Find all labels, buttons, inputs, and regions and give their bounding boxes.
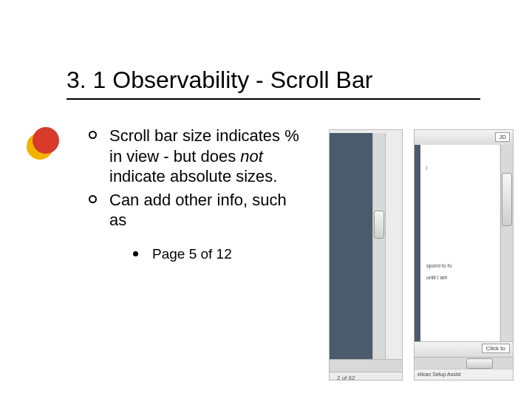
title-underline [66,98,480,100]
status-bar: elican Setup Assist [415,369,513,380]
svg-point-1 [33,127,59,154]
vertical-scrollbar-track[interactable] [372,133,386,359]
horizontal-scrollbar[interactable] [330,359,402,372]
bullet-text-post: indicate absolute sizes. [109,167,277,185]
toolbar-row: Click to [415,341,513,358]
title-area: 3. 1 Observability - Scroll Bar [66,66,510,100]
content-strip [415,145,420,343]
slide: 3. 1 Observability - Scroll Bar Scroll b… [0,0,532,399]
scrollbar-example-left: 2 of 82 [329,129,403,381]
page-indicator: 2 of 82 [337,375,355,381]
bullet-text-em: not [240,147,263,166]
bullet-item: Scroll bar size indicates % in view - bu… [89,126,303,187]
scrollbar-example-right: JD i spond to fo until I am Click to eli… [414,129,514,381]
slide-title: 3. 1 Observability - Scroll Bar [66,66,510,94]
logo-icon [24,126,61,163]
sub-bullet-item: Page 5 of 12 [133,245,303,264]
horizontal-scrollbar-track[interactable] [415,357,513,369]
vertical-scrollbar-thumb[interactable] [502,173,512,226]
content-snippet: until I am [426,275,447,280]
bullet-list: Scroll bar size indicates % in view - bu… [89,126,303,263]
content-snippet: i [426,166,428,171]
content-snippet: spond to fo [426,263,452,268]
bullet-text-pre: Scroll bar size indicates % in view - bu… [109,126,299,166]
vertical-scrollbar-track[interactable] [500,145,513,343]
vertical-scrollbar-thumb[interactable] [374,211,384,239]
bullet-item: Can add other info, such as Page 5 of 12 [89,190,303,264]
bullet-text-pre: Can add other info, such as [109,191,287,230]
content-pane [330,133,375,359]
tab-label[interactable]: JD [495,132,510,142]
sub-bullet-list: Page 5 of 12 [133,245,303,264]
action-button[interactable]: Click to [482,344,510,353]
content-pane: i spond to fo until I am [420,145,499,343]
window-titlebar: JD [415,130,513,146]
body-area: Scroll bar size indicates % in view - bu… [89,126,303,266]
horizontal-scrollbar-thumb[interactable] [466,358,493,369]
